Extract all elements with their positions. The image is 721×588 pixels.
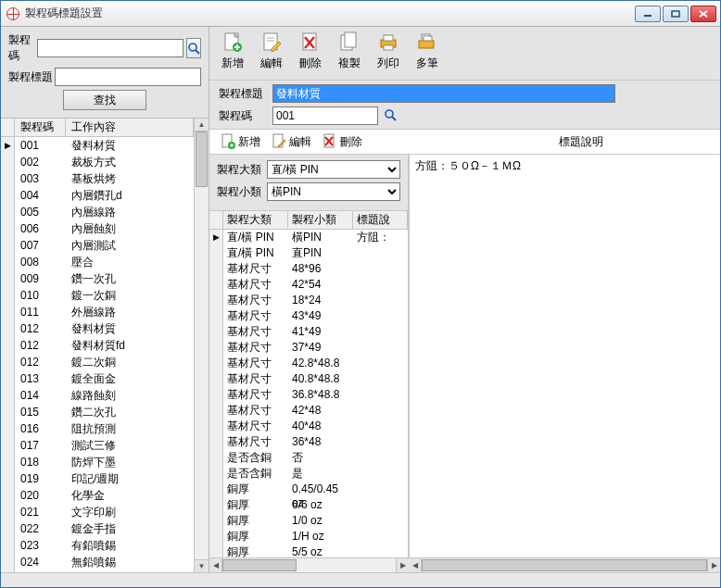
table-row[interactable]: 003基板烘烤 [1,170,194,187]
col-header-content[interactable]: 工作內容 [66,119,194,136]
mid-col-minor[interactable]: 製程小類 [288,211,353,229]
table-row[interactable]: 是否含銅是 [209,466,408,482]
maximize-button[interactable] [663,6,689,22]
svg-rect-17 [345,32,356,47]
search-code-label: 製程碼 [8,32,37,64]
table-row[interactable]: 022鍍金手指 [1,520,194,537]
table-row[interactable]: 銅厚1/0 oz [209,513,408,529]
table-row[interactable]: 008壓合 [1,254,194,270]
form-code-lookup[interactable] [384,108,397,124]
toolbar-multi-button[interactable]: 多筆 [411,31,443,80]
table-row[interactable]: 023有鉛噴錫 [1,537,194,554]
table-row[interactable]: 015鑽二次孔 [1,404,194,420]
table-row[interactable]: 銅厚5/5 oz [209,544,408,557]
form-code-input[interactable] [272,106,378,125]
close-button[interactable] [690,6,716,22]
table-row[interactable]: 基材尺寸42*48 [209,403,408,419]
sub-delete-button[interactable]: 刪除 [317,131,368,152]
svg-rect-19 [384,35,393,41]
toolbar-copy-button[interactable]: 複製 [334,31,365,80]
table-row[interactable]: 005內層線路 [1,204,194,220]
table-row[interactable]: 是否含銅否 [209,450,408,466]
category-grid[interactable]: 製程大類 製程小類 標題說 ▶直/橫 PIN橫PIN方阻：直/橫 PIN直PIN… [209,210,408,557]
table-row[interactable]: 012發料材質 [1,320,194,337]
table-row[interactable]: 基材尺寸42*54 [209,277,408,293]
table-row[interactable]: 011外層線路 [1,304,194,320]
mid-grid-hscroll[interactable]: ◀▶ [209,557,409,572]
table-row[interactable]: 基材尺寸48*96 [209,261,408,277]
table-row[interactable]: 019印記/週期 [1,470,194,487]
table-row[interactable]: 018防焊下墨 [1,454,194,470]
svg-rect-21 [419,41,434,48]
status-bar [1,572,720,587]
svg-line-5 [196,50,199,54]
description-panel[interactable]: 方阻：５０Ω－１ＭΩ [409,155,720,557]
table-row[interactable]: 012發料材質fd [1,337,194,354]
table-row[interactable]: 002裁板方式 [1,154,194,170]
table-row[interactable]: 009鑽一次孔 [1,270,194,287]
mid-col-major[interactable]: 製程大類 [223,211,288,229]
page-copy-icon [337,31,361,55]
table-row[interactable]: 基材尺寸40.8*48.8 [209,371,408,387]
search-title-input[interactable] [55,68,201,86]
search-lookup-button[interactable] [186,38,201,58]
page-delete-icon [323,133,337,150]
sub-edit-button[interactable]: 編輯 [266,131,317,152]
search-icon [384,108,397,121]
table-row[interactable]: 013鍍全面金 [1,370,194,387]
table-row[interactable]: 014線路蝕刻 [1,387,194,404]
table-row[interactable]: 012鍍二次銅 [1,354,194,370]
table-row[interactable]: ▶001發料材質 [1,137,194,154]
desc-hscroll[interactable]: ◀▶ [409,557,720,572]
toolbar-delete-button[interactable]: 刪除 [295,31,326,80]
left-grid-scrollbar[interactable]: ▲▼ [194,119,209,572]
form-title-input[interactable] [272,84,615,103]
table-row[interactable]: 020化學金 [1,487,194,504]
table-row[interactable]: 銅厚6/6 oz [209,497,408,513]
toolbar-edit-button[interactable]: 編輯 [256,31,287,80]
filter-minor-label: 製程小類 [217,184,267,200]
table-row[interactable]: 基材尺寸40*48 [209,419,408,434]
table-row[interactable]: 銅厚1/H oz [209,529,408,544]
table-row[interactable]: 021文字印刷 [1,504,194,520]
table-row[interactable]: 024無鉛噴錫 [1,554,194,570]
minimize-button[interactable] [635,6,661,22]
mid-col-desc[interactable]: 標題說 [353,211,408,229]
search-icon [187,42,200,55]
table-row[interactable]: 基材尺寸36.8*48.8 [209,387,408,403]
table-row[interactable]: 銅厚0.45/0.45 oz [209,482,408,497]
process-list-grid[interactable]: 製程碼 工作內容 ▶001發料材質002裁板方式003基板烘烤004內層鑽孔d0… [1,119,194,572]
table-row[interactable]: ▶直/橫 PIN橫PIN方阻： [209,230,408,245]
table-row[interactable]: 基材尺寸42.8*48.8 [209,356,408,371]
table-row[interactable]: 017測試三修 [1,437,194,454]
table-row[interactable]: 直/橫 PIN直PIN [209,245,408,261]
sub-add-button[interactable]: 新增 [215,131,266,152]
page-add-icon [221,31,245,55]
table-row[interactable]: 016阻抗預測 [1,420,194,437]
table-row[interactable]: 基材尺寸41*49 [209,324,408,340]
svg-rect-1 [672,11,679,17]
table-row[interactable]: 004內層鑽孔d [1,187,194,204]
col-header-code[interactable]: 製程碼 [15,119,66,136]
table-row[interactable]: 基材尺寸36*48 [209,434,408,450]
table-row[interactable]: 007內層測試 [1,237,194,254]
table-row[interactable]: 010鍍一次銅 [1,287,194,304]
svg-rect-23 [424,36,432,41]
toolbar-add-button[interactable]: 新增 [217,31,248,80]
filter-major-select[interactable]: 直/橫 PIN [267,160,400,179]
filter-minor-select[interactable]: 橫PIN [267,182,400,201]
form-title-label: 製程標題 [219,86,267,102]
find-button[interactable]: 查找 [63,90,146,110]
table-row[interactable]: 基材尺寸43*49 [209,308,408,324]
table-row[interactable]: 006內層蝕刻 [1,220,194,237]
table-row[interactable]: 基材尺寸18*24 [209,293,408,308]
app-icon [6,7,19,20]
description-text: 方阻：５０Ω－１ＭΩ [415,159,521,172]
printer-multi-icon [415,31,439,55]
search-code-input[interactable] [37,39,183,57]
svg-line-25 [392,117,396,120]
toolbar-print-button[interactable]: 列印 [373,31,404,80]
table-row[interactable]: 基材尺寸37*49 [209,340,408,356]
page-add-icon [221,133,235,150]
window-title: 製程碼標題設置 [25,6,635,21]
